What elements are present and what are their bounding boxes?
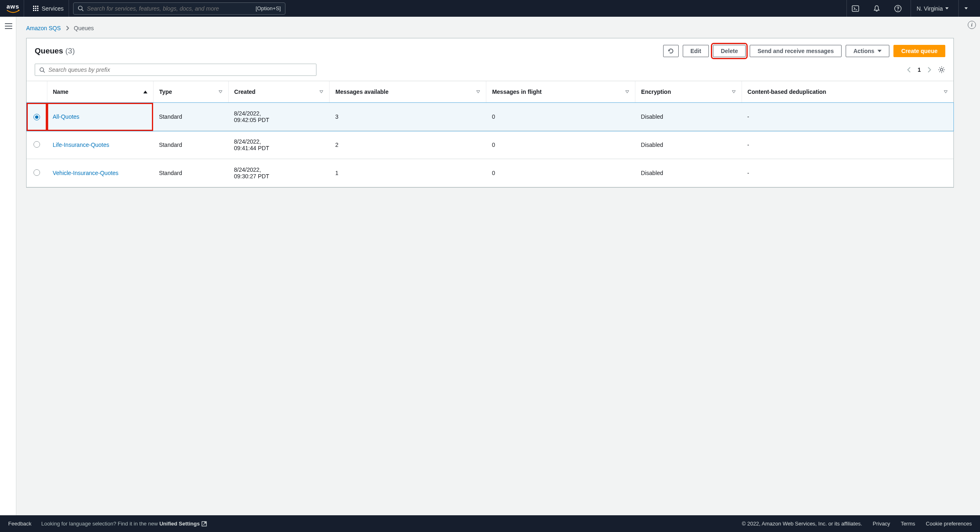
- breadcrumb-root[interactable]: Amazon SQS: [26, 25, 61, 31]
- col-name[interactable]: Name: [47, 81, 153, 103]
- panel-actions: Edit Delete Send and receive messages Ac…: [663, 45, 945, 57]
- page-next[interactable]: [927, 66, 931, 73]
- svg-point-0: [78, 6, 82, 10]
- cell-inflight: 0: [486, 103, 635, 131]
- page-number: 1: [918, 66, 921, 73]
- queue-link[interactable]: Life-Insurance-Quotes: [53, 142, 109, 148]
- cell-created: 8/24/2022, 09:41:44 PDT: [228, 131, 330, 159]
- col-type[interactable]: Type: [153, 81, 228, 103]
- svg-point-5: [898, 10, 898, 11]
- cell-inflight: 0: [486, 159, 635, 187]
- search-icon: [78, 5, 84, 11]
- table-row: Life-Insurance-QuotesStandard8/24/2022, …: [27, 131, 953, 159]
- aws-smile-icon: [7, 10, 20, 14]
- queue-link[interactable]: Vehicle-Insurance-Quotes: [53, 170, 118, 176]
- services-label: Services: [42, 5, 64, 12]
- lang-message: Looking for language selection? Find it …: [41, 521, 207, 527]
- cell-inflight: 0: [486, 131, 635, 159]
- aws-logo[interactable]: aws: [7, 0, 24, 17]
- cell-type: Standard: [153, 103, 228, 131]
- cell-created: 8/24/2022, 09:30:27 PDT: [228, 159, 330, 187]
- cell-type: Standard: [153, 159, 228, 187]
- cell-encryption: Disabled: [635, 131, 742, 159]
- cloudshell-icon: [852, 5, 859, 12]
- account-menu[interactable]: [958, 0, 973, 17]
- unified-settings-link[interactable]: Unified Settings: [159, 521, 207, 527]
- help-icon: [894, 5, 902, 12]
- create-queue-button[interactable]: Create queue: [893, 45, 945, 57]
- feedback-link[interactable]: Feedback: [8, 521, 31, 527]
- page-prev[interactable]: [907, 66, 911, 73]
- caret-down-icon: [945, 7, 949, 9]
- queues-panel: Queues (3) Edit Delete Send and receive …: [26, 38, 954, 188]
- svg-line-7: [43, 71, 45, 73]
- filter-search[interactable]: [35, 64, 316, 76]
- refresh-button[interactable]: [663, 45, 679, 57]
- services-menu[interactable]: Services: [28, 0, 69, 17]
- cell-encryption: Disabled: [635, 159, 742, 187]
- global-search-input[interactable]: [87, 5, 252, 12]
- side-nav-toggle[interactable]: [3, 22, 13, 31]
- bell-icon: [873, 5, 880, 12]
- cell-available: 2: [330, 131, 486, 159]
- external-link-icon: [201, 521, 207, 527]
- cell-encryption: Disabled: [635, 103, 742, 131]
- cell-dedup: -: [742, 103, 953, 131]
- sort-icon: [476, 90, 480, 93]
- panel-title: Queues (3): [35, 47, 75, 55]
- col-available[interactable]: Messages available: [330, 81, 486, 103]
- panel-title-text: Queues: [35, 47, 63, 55]
- refresh-icon: [668, 48, 674, 54]
- cell-type: Standard: [153, 131, 228, 159]
- grid-icon: [33, 6, 38, 11]
- terms-link[interactable]: Terms: [901, 521, 915, 527]
- cell-created: 8/24/2022, 09:42:05 PDT: [228, 103, 330, 131]
- cell-dedup: -: [742, 159, 953, 187]
- cell-dedup: -: [742, 131, 953, 159]
- info-rail: i: [964, 17, 980, 515]
- sort-icon: [944, 90, 948, 93]
- row-radio[interactable]: [33, 169, 40, 176]
- chevron-right-icon: [66, 26, 69, 31]
- table-settings-button[interactable]: [938, 66, 945, 73]
- breadcrumb: Amazon SQS Queues: [26, 25, 954, 31]
- queues-table: Name Type Created Messages available Mes…: [27, 81, 953, 187]
- actions-dropdown[interactable]: Actions: [846, 45, 889, 57]
- help-button[interactable]: [889, 0, 906, 17]
- send-receive-button[interactable]: Send and receive messages: [750, 45, 842, 57]
- sort-icon: [625, 90, 629, 93]
- region-selector[interactable]: N. Virginia: [911, 0, 954, 17]
- queue-link[interactable]: All-Quotes: [53, 113, 79, 120]
- privacy-link[interactable]: Privacy: [873, 521, 890, 527]
- row-radio[interactable]: [33, 141, 40, 148]
- col-select: [27, 81, 47, 103]
- cell-available: 3: [330, 103, 486, 131]
- edit-button[interactable]: Edit: [683, 45, 709, 57]
- top-nav: aws Services [Option+S] N. Virginia: [0, 0, 980, 17]
- panel-count: (3): [65, 47, 75, 55]
- left-rail: [0, 17, 16, 515]
- breadcrumb-current: Queues: [74, 25, 94, 31]
- svg-point-6: [40, 68, 44, 71]
- sort-asc-icon: [143, 91, 147, 93]
- copyright: © 2022, Amazon Web Services, Inc. or its…: [742, 521, 862, 527]
- region-label: N. Virginia: [917, 5, 943, 12]
- col-dedup[interactable]: Content-based deduplication: [742, 81, 953, 103]
- col-encryption[interactable]: Encryption: [635, 81, 742, 103]
- filter-input[interactable]: [49, 66, 312, 73]
- cloudshell-button[interactable]: [846, 0, 864, 17]
- delete-button[interactable]: Delete: [713, 45, 746, 57]
- sort-icon: [319, 90, 323, 93]
- search-icon: [39, 67, 45, 73]
- global-search[interactable]: [Option+S]: [73, 2, 285, 15]
- pagination: 1: [907, 66, 945, 73]
- caret-down-icon: [878, 50, 882, 52]
- main-content: Amazon SQS Queues Queues (3) Edit Delete…: [16, 17, 964, 515]
- row-radio[interactable]: [33, 114, 40, 120]
- col-created[interactable]: Created: [228, 81, 330, 103]
- cookies-link[interactable]: Cookie preferences: [926, 521, 972, 527]
- info-panel-toggle[interactable]: i: [968, 21, 976, 29]
- svg-line-1: [82, 9, 83, 11]
- col-inflight[interactable]: Messages in flight: [486, 81, 635, 103]
- notifications-button[interactable]: [868, 0, 885, 17]
